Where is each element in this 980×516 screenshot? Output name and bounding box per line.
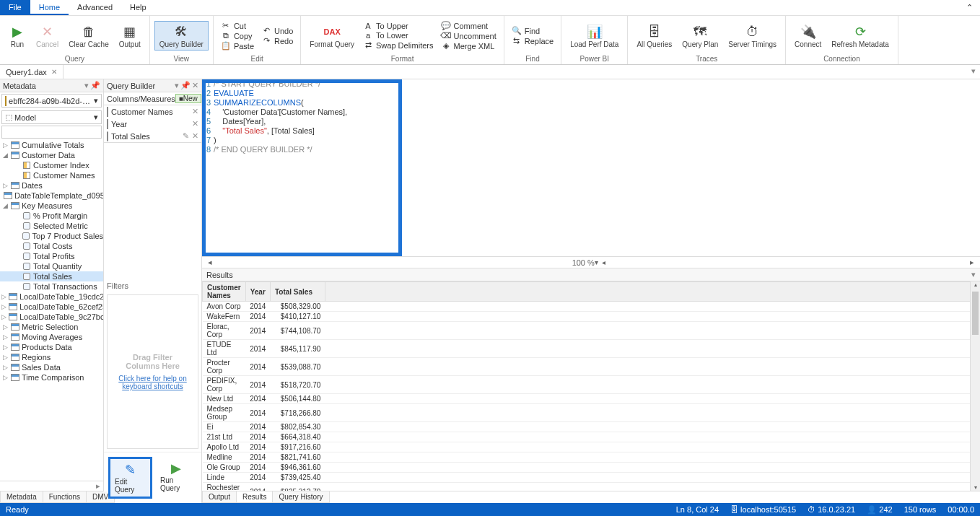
metadata-search[interactable] [1, 126, 102, 139]
qb-item-action[interactable]: ✕ [192, 131, 198, 141]
tab-results[interactable]: Results [237, 491, 273, 503]
close-tab-icon[interactable]: ✕ [51, 68, 57, 76]
tree-node[interactable]: ◢Customer Data [0, 150, 103, 160]
qb-item-action[interactable]: ✕ [192, 119, 198, 128]
paste-button[interactable]: 📋Paste [218, 41, 257, 51]
results-grid[interactable]: Customer NamesYearTotal SalesAvon Corp20… [202, 281, 980, 491]
tree-node[interactable]: ▷LocalDateTable_62cef255-0 [0, 302, 103, 312]
menu-home[interactable]: Home [30, 0, 69, 15]
menu-advanced[interactable]: Advanced [69, 0, 121, 15]
tab-output[interactable]: Output [202, 491, 237, 503]
tree-node[interactable]: ▷LocalDateTable_19cdc2e1- [0, 292, 103, 302]
all-queries-button[interactable]: 🗄All Queries [632, 22, 676, 50]
table-row[interactable]: Ei2014$802,854.30 [203, 422, 980, 432]
model-select[interactable]: ⬚ Model▾ [1, 110, 102, 124]
tree-node[interactable]: ▷Products Data [0, 342, 103, 352]
qb-item[interactable]: Customer Names✕ [104, 105, 201, 118]
run-button[interactable]: ▶Run [4, 22, 30, 50]
qb-new-button[interactable]: ■New [175, 94, 201, 103]
tree-node[interactable]: ▷Cumulative Totals [0, 140, 103, 150]
tree-node[interactable]: Customer Index [0, 160, 103, 170]
table-row[interactable]: Apollo Ltd2014$917,216.60 [203, 442, 980, 452]
edit-query-button[interactable]: ✎Edit Query [108, 457, 152, 499]
tab-metadata[interactable]: Metadata [0, 491, 43, 503]
tree-node[interactable]: Total Costs [0, 241, 103, 251]
tree-node[interactable]: Total Transactions [0, 281, 103, 292]
panel-dropdown-icon[interactable]: ▾ [84, 81, 89, 90]
tree-node[interactable]: Top 7 Product Sales [0, 231, 103, 241]
table-row[interactable]: Procter Corp2014$539,088.70 [203, 358, 980, 376]
document-tab[interactable]: Query1.dax✕ [0, 65, 64, 79]
find-button[interactable]: 🔍Find [509, 26, 556, 35]
tree-node[interactable]: ◢Key Measures [0, 201, 103, 211]
tab-query-history[interactable]: Query History [273, 491, 329, 503]
tree-node[interactable]: ▷Sales Data [0, 362, 103, 372]
table-row[interactable]: Medline2014$821,741.60 [203, 452, 980, 463]
tree-node[interactable]: Total Profits [0, 251, 103, 261]
tree-node[interactable]: ▷Time Comparison [0, 372, 103, 382]
tree-node[interactable]: DateTableTemplate_d095fb [0, 191, 103, 201]
zoom-level[interactable]: 100 % [572, 258, 595, 267]
menu-file[interactable]: File [0, 0, 30, 15]
load-perf-button[interactable]: 📊Load Perf Data [566, 22, 623, 50]
run-query-button[interactable]: ▶Run Query [155, 457, 197, 499]
swap-delim-button[interactable]: ⇄Swap Delimiters [360, 40, 436, 50]
output-button[interactable]: ▦Output [115, 22, 145, 50]
qb-help-link[interactable]: Click here for help on keyboard shortcut… [108, 375, 198, 390]
database-select[interactable]: ebffc284-a09b-4b2d-a1b8-▾ [1, 94, 102, 108]
uncomment-button[interactable]: ⌫Uncomment [438, 31, 499, 40]
query-plan-button[interactable]: 🗺Query Plan [678, 22, 722, 50]
comment-button[interactable]: 💬Comment [438, 21, 499, 30]
tree-node[interactable]: ▷LocalDateTable_9c27bc4b- [0, 312, 103, 322]
table-row[interactable]: Elorac, Corp2014$744,108.70 [203, 322, 980, 340]
qb-item[interactable]: Year✕ [104, 118, 201, 130]
tab-functions[interactable]: Functions [43, 491, 87, 503]
metadata-tree[interactable]: ▷Cumulative Totals◢Customer DataCustomer… [0, 140, 103, 481]
table-row[interactable]: PEDIFIX, Corp2014$518,720.70 [203, 376, 980, 394]
grid-header[interactable]: Year [245, 282, 270, 302]
replace-button[interactable]: ⇆Replace [509, 36, 556, 45]
tree-node[interactable]: ▷Regions [0, 352, 103, 362]
connect-button[interactable]: 🔌Connect [790, 22, 826, 50]
qb-item[interactable]: Total Sales✎✕ [104, 130, 201, 142]
qb-pin-icon[interactable]: 📌 [180, 81, 191, 90]
query-builder-button[interactable]: 🛠Query Builder [154, 21, 209, 51]
tree-node[interactable]: ▷Dates [0, 180, 103, 191]
to-upper-button[interactable]: ATo Upper [360, 22, 436, 30]
qb-item-action[interactable]: ✎ [183, 131, 189, 141]
table-row[interactable]: New Ltd2014$506,144.80 [203, 394, 980, 404]
editor-hscroll-left[interactable]: ◂ [208, 258, 572, 267]
table-row[interactable]: Avon Corp2014$508,329.00 [203, 302, 980, 312]
tree-node[interactable]: % Profit Margin [0, 211, 103, 221]
qb-filter-dropzone[interactable]: Drag FilterColumns Here Click here for h… [107, 294, 198, 449]
code-editor[interactable]: 1/* START QUERY BUILDER */2EVALUATE3SUMM… [202, 79, 980, 256]
undo-button[interactable]: ↶Undo [258, 26, 296, 35]
tree-node[interactable]: ▷Moving Averages [0, 332, 103, 342]
qb-item-action[interactable]: ✕ [192, 107, 198, 116]
menu-help[interactable]: Help [121, 0, 155, 15]
results-dropdown-icon[interactable]: ▾ [971, 270, 976, 279]
refresh-metadata-button[interactable]: ⟳Refresh Metadata [827, 22, 893, 50]
copy-button[interactable]: ⧉Copy [218, 31, 257, 40]
tree-node[interactable]: Selected Metric [0, 221, 103, 231]
ribbon-collapse[interactable]: ⌃ [959, 0, 980, 15]
grid-header[interactable]: Total Sales [270, 282, 325, 302]
cancel-button[interactable]: ✕Cancel [32, 22, 63, 50]
table-row[interactable]: ETUDE Ltd2014$845,117.90 [203, 340, 980, 358]
to-lower-button[interactable]: aTo Lower [360, 31, 436, 40]
format-query-button[interactable]: DAXFormat Query [305, 22, 359, 50]
redo-button[interactable]: ↷Redo [258, 36, 296, 45]
cut-button[interactable]: ✂Cut [218, 21, 257, 30]
tree-node[interactable]: Total Sales [0, 271, 103, 281]
table-row[interactable]: WakeFern2014$410,127.10 [203, 312, 980, 322]
doc-tabs-expand[interactable]: ▾ [967, 65, 980, 79]
table-row[interactable]: Linde2014$739,425.40 [203, 473, 980, 483]
server-timings-button[interactable]: ⏱Server Timings [724, 22, 781, 50]
table-row[interactable]: Ole Group2014$946,361.60 [203, 463, 980, 473]
table-row[interactable]: Medsep Group2014$718,266.80 [203, 404, 980, 422]
tree-node[interactable]: Total Quantity [0, 261, 103, 271]
qb-dropdown-icon[interactable]: ▾ [175, 81, 179, 90]
editor-hscroll-right[interactable]: ▸ [970, 258, 974, 267]
merge-xml-button[interactable]: ◈Merge XML [438, 41, 499, 51]
tree-node[interactable]: ▷Metric Selection [0, 322, 103, 332]
